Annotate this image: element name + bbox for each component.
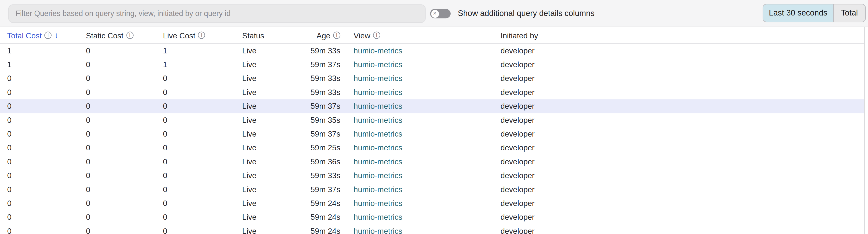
cell-total-cost: 0 — [7, 212, 86, 221]
cell-age: 59m 37s — [309, 102, 341, 110]
table-row[interactable]: 000Live59m 36shumio-metricsdeveloper — [0, 155, 864, 168]
cell-age: 59m 35s — [309, 115, 341, 125]
table-header-row: Total Costi↓Static CostiLive CostiStatus… — [0, 27, 864, 44]
cell-initiated-by: developer — [500, 185, 864, 193]
cell-age: 59m 24s — [309, 199, 341, 207]
cell-static-cost: 0 — [86, 143, 163, 152]
toggle-label: Show additional query details columns — [458, 9, 594, 18]
view-link[interactable]: humio-metrics — [353, 226, 402, 234]
column-label: Static Cost — [86, 31, 124, 40]
column-header-live-cost[interactable]: Live Costi — [163, 31, 242, 40]
cell-status: Live — [242, 88, 309, 97]
cell-age: 59m 24s — [309, 226, 341, 234]
cell-view: humio-metrics — [353, 185, 500, 193]
cell-initiated-by: developer — [500, 171, 864, 180]
cell-live-cost: 0 — [163, 74, 242, 83]
view-link[interactable]: humio-metrics — [353, 185, 402, 193]
cell-view: humio-metrics — [353, 143, 500, 152]
cell-live-cost: 0 — [163, 212, 242, 221]
cell-initiated-by: developer — [500, 88, 864, 97]
view-link[interactable]: humio-metrics — [353, 60, 402, 69]
cell-age: 59m 24s — [309, 212, 341, 221]
cell-live-cost: 0 — [163, 102, 242, 110]
info-icon[interactable]: i — [373, 32, 380, 39]
cell-total-cost: 0 — [7, 171, 86, 180]
cell-status: Live — [242, 171, 309, 180]
view-link[interactable]: humio-metrics — [353, 171, 402, 180]
cell-live-cost: 0 — [163, 226, 242, 234]
table-body: 101Live59m 33shumio-metricsdeveloper101L… — [0, 44, 864, 234]
cell-initiated-by: developer — [500, 226, 864, 234]
cell-static-cost: 0 — [86, 88, 163, 97]
cell-static-cost: 0 — [86, 60, 163, 69]
time-range-button-total[interactable]: Total — [833, 4, 865, 21]
table-row[interactable]: 000Live59m 33shumio-metricsdeveloper — [0, 85, 864, 99]
info-icon[interactable]: i — [333, 32, 340, 39]
column-label: Age — [316, 31, 330, 40]
cell-live-cost: 0 — [163, 157, 242, 166]
view-link[interactable]: humio-metrics — [353, 212, 402, 221]
table-row[interactable]: 000Live59m 37shumio-metricsdeveloper — [0, 127, 864, 141]
cell-initiated-by: developer — [500, 212, 864, 221]
cell-live-cost: 1 — [163, 60, 242, 69]
cell-age: 59m 33s — [309, 171, 341, 180]
column-header-initiated-by[interactable]: Initiated by — [500, 31, 864, 40]
column-header-view[interactable]: Viewi — [353, 31, 500, 40]
table-row[interactable]: 101Live59m 33shumio-metricsdeveloper — [0, 44, 864, 58]
time-range-button-last-30-seconds[interactable]: Last 30 seconds — [763, 4, 833, 21]
cell-initiated-by: developer — [500, 102, 864, 110]
cell-initiated-by: developer — [500, 46, 864, 55]
column-header-age[interactable]: Agei — [309, 31, 341, 40]
column-header-status[interactable]: Status — [242, 31, 309, 40]
column-label: Live Cost — [163, 31, 195, 40]
cell-age: 59m 33s — [309, 74, 341, 83]
table-row[interactable]: 000Live59m 37shumio-metricsdeveloper — [0, 182, 864, 196]
cell-view: humio-metrics — [353, 129, 500, 138]
cell-age: 59m 36s — [309, 157, 341, 166]
cell-status: Live — [242, 157, 309, 166]
view-link[interactable]: humio-metrics — [353, 157, 402, 166]
table-row[interactable]: 101Live59m 37shumio-metricsdeveloper — [0, 58, 864, 71]
cell-static-cost: 0 — [86, 185, 163, 193]
info-icon[interactable]: i — [126, 32, 133, 39]
column-label: Initiated by — [500, 31, 538, 40]
table-row[interactable]: 000Live59m 37shumio-metricsdeveloper — [0, 99, 864, 113]
table-row[interactable]: 000Live59m 24shumio-metricsdeveloper — [0, 210, 864, 224]
table-row[interactable]: 000Live59m 25shumio-metricsdeveloper — [0, 141, 864, 155]
table-row[interactable]: 000Live59m 33shumio-metricsdeveloper — [0, 72, 864, 85]
column-header-total-cost[interactable]: Total Costi↓ — [7, 31, 86, 40]
filter-queries-input[interactable] — [8, 4, 426, 23]
view-link[interactable]: humio-metrics — [353, 199, 402, 207]
view-link[interactable]: humio-metrics — [353, 143, 402, 152]
cell-status: Live — [242, 102, 309, 110]
toolbar: ✕ Show additional query details columns … — [0, 0, 868, 27]
cell-live-cost: 0 — [163, 185, 242, 193]
view-link[interactable]: humio-metrics — [353, 102, 402, 110]
view-link[interactable]: humio-metrics — [353, 46, 402, 55]
cell-view: humio-metrics — [353, 74, 500, 83]
info-icon[interactable]: i — [44, 32, 52, 39]
column-header-static-cost[interactable]: Static Costi — [86, 31, 163, 40]
view-link[interactable]: humio-metrics — [353, 129, 402, 138]
view-link[interactable]: humio-metrics — [353, 88, 402, 97]
view-link[interactable]: humio-metrics — [353, 115, 402, 125]
info-icon[interactable]: i — [198, 32, 205, 39]
table-row[interactable]: 000Live59m 33shumio-metricsdeveloper — [0, 168, 864, 182]
cell-status: Live — [242, 212, 309, 221]
cell-status: Live — [242, 226, 309, 234]
table-row[interactable]: 000Live59m 35shumio-metricsdeveloper — [0, 113, 864, 127]
cell-total-cost: 0 — [7, 88, 86, 97]
details-columns-toggle[interactable]: ✕ — [430, 9, 451, 18]
cell-initiated-by: developer — [500, 115, 864, 125]
table-row[interactable]: 000Live59m 24shumio-metricsdeveloper — [0, 196, 864, 210]
view-link[interactable]: humio-metrics — [353, 74, 402, 83]
cell-age: 59m 33s — [309, 46, 341, 55]
cell-status: Live — [242, 129, 309, 138]
table-row[interactable]: 000Live59m 24shumio-metricsdeveloper — [0, 224, 864, 234]
cell-initiated-by: developer — [500, 157, 864, 166]
cell-initiated-by: developer — [500, 74, 864, 83]
cell-view: humio-metrics — [353, 226, 500, 234]
cell-total-cost: 0 — [7, 226, 86, 234]
cell-view: humio-metrics — [353, 46, 500, 55]
cell-age: 59m 37s — [309, 129, 341, 138]
